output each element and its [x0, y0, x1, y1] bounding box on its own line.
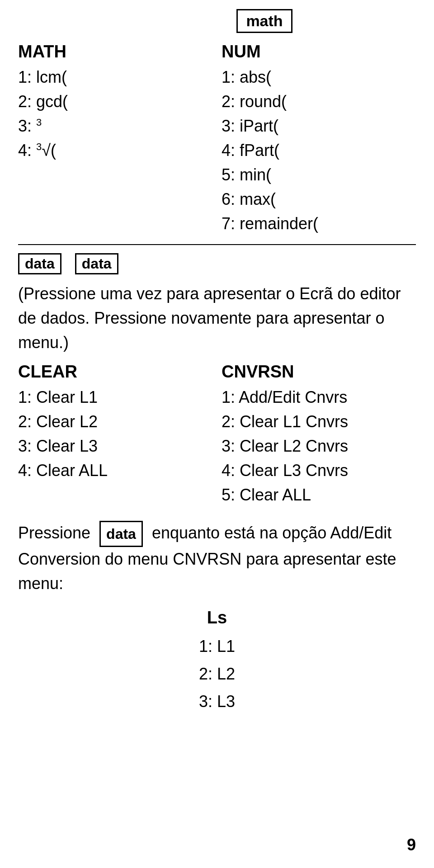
clear-header: CLEAR — [18, 362, 212, 382]
clear-item-1: 1: Clear L1 — [18, 385, 212, 410]
num-item-7: 7: remainder( — [222, 212, 416, 236]
clear-cnvrsn-section: CLEAR 1: Clear L1 2: Clear L2 3: Clear L… — [18, 362, 416, 507]
math-item-4: 4: 3√( — [18, 138, 212, 163]
math-badge: math — [236, 9, 292, 33]
cnvrsn-item-4: 4: Clear L3 Cnvrs — [222, 458, 416, 483]
data-badge-2: data — [75, 253, 118, 274]
ls-list: Ls 1: L1 2: L2 3: L3 — [18, 603, 416, 715]
num-item-2: 2: round( — [222, 90, 416, 114]
data-badges-row: data data — [18, 253, 416, 274]
math-item-1: 1: lcm( — [18, 65, 212, 90]
math-col: MATH 1: lcm( 2: gcd( 3: 3 4: 3√( — [18, 42, 217, 236]
cnvrsn-item-3: 3: Clear L2 Cnvrs — [222, 434, 416, 458]
num-item-5: 5: min( — [222, 163, 416, 187]
clear-item-2: 2: Clear L2 — [18, 410, 212, 434]
press-data-badge: data — [99, 521, 143, 547]
press-data-description: Pressione data enquanto está na opção Ad… — [18, 521, 416, 596]
data-description: (Pressione uma vez para apresentar o Ecr… — [18, 282, 416, 355]
divider-1 — [18, 244, 416, 245]
clear-item-3: 3: Clear L3 — [18, 434, 212, 458]
cnvrsn-item-5: 5: Clear ALL — [222, 483, 416, 507]
page-number: 9 — [407, 835, 416, 854]
ls-header: Ls — [18, 603, 416, 632]
ls-item-3: 3: L3 — [18, 688, 416, 715]
cnvrsn-col: CNVRSN 1: Add/Edit Cnvrs 2: Clear L1 Cnv… — [217, 362, 416, 507]
math-badge-container: math — [18, 9, 416, 38]
cnvrsn-header: CNVRSN — [222, 362, 416, 382]
num-col: NUM 1: abs( 2: round( 3: iPart( 4: fPart… — [217, 42, 416, 236]
num-item-1: 1: abs( — [222, 65, 416, 90]
data-badge-1: data — [18, 253, 61, 274]
cnvrsn-item-2: 2: Clear L1 Cnvrs — [222, 410, 416, 434]
cnvrsn-item-1: 1: Add/Edit Cnvrs — [222, 385, 416, 410]
ls-item-1: 1: L1 — [18, 632, 416, 660]
press-text-before: Pressione — [18, 524, 90, 542]
num-header: NUM — [222, 42, 416, 61]
ls-item-2: 2: L2 — [18, 660, 416, 688]
page-container: math MATH 1: lcm( 2: gcd( 3: 3 4: 3√( NU… — [0, 0, 434, 868]
num-item-3: 3: iPart( — [222, 114, 416, 138]
num-item-6: 6: max( — [222, 187, 416, 212]
math-item-3: 3: 3 — [18, 114, 212, 138]
math-num-section: MATH 1: lcm( 2: gcd( 3: 3 4: 3√( NUM 1: … — [18, 42, 416, 236]
math-header: MATH — [18, 42, 212, 61]
clear-col: CLEAR 1: Clear L1 2: Clear L2 3: Clear L… — [18, 362, 217, 507]
clear-item-4: 4: Clear ALL — [18, 458, 212, 483]
math-item-2: 2: gcd( — [18, 90, 212, 114]
num-item-4: 4: fPart( — [222, 138, 416, 163]
